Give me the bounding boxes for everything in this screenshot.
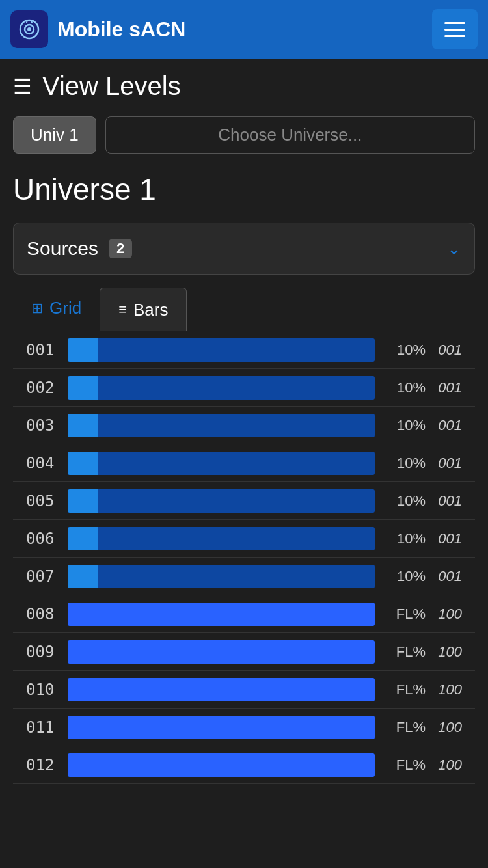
channel-source: 100 <box>426 606 462 623</box>
channel-row: 00210%001 <box>13 369 475 407</box>
page-content: ☰ View Levels Univ 1 Choose Universe... … <box>0 59 488 784</box>
menu-bar-1 <box>444 22 465 24</box>
channel-source: 001 <box>426 455 462 472</box>
page-title-row: ☰ View Levels <box>13 72 475 101</box>
svg-point-2 <box>27 27 31 31</box>
menu-bar-2 <box>444 29 465 31</box>
channel-row: 00410%001 <box>13 444 475 482</box>
channel-bar-fill <box>68 376 98 400</box>
channel-bar-fill <box>68 489 98 513</box>
channel-source: 001 <box>426 493 462 509</box>
channel-number: 012 <box>26 756 62 774</box>
univ1-button[interactable]: Univ 1 <box>13 116 96 154</box>
channel-number: 007 <box>26 567 62 586</box>
channel-row: 012FL%100 <box>13 746 475 784</box>
channel-bar-container <box>68 489 375 513</box>
channel-bar-container <box>68 376 375 400</box>
channel-row: 008FL%100 <box>13 595 475 633</box>
channel-bar-fill <box>68 640 375 664</box>
channel-bar-fill <box>68 678 375 701</box>
channel-bar-container <box>68 565 375 588</box>
channel-bar-fill <box>68 414 98 437</box>
sources-count-badge: 2 <box>109 239 132 258</box>
channel-percent: 10% <box>380 493 426 509</box>
menu-button[interactable] <box>432 9 478 49</box>
view-tabs: ⊞ Grid ≡ Bars <box>13 288 475 331</box>
channel-list: 00110%00100210%00100310%00100410%0010051… <box>13 331 475 784</box>
sources-label: Sources <box>27 237 98 260</box>
channel-percent: FL% <box>380 719 426 736</box>
channel-source: 100 <box>426 644 462 660</box>
sources-accordion: Sources 2 ⌄ <box>13 223 475 275</box>
channel-bar-container <box>68 678 375 701</box>
channel-source: 001 <box>426 530 462 547</box>
channel-bar-container <box>68 603 375 626</box>
app-header: Mobile sACN <box>0 0 488 59</box>
app-title: Mobile sACN <box>57 18 185 42</box>
channel-percent: 10% <box>380 417 426 434</box>
channel-percent: FL% <box>380 757 426 774</box>
sources-header[interactable]: Sources 2 ⌄ <box>27 223 461 274</box>
channel-percent: 10% <box>380 530 426 547</box>
choose-universe-button[interactable]: Choose Universe... <box>105 116 475 154</box>
channel-row: 010FL%100 <box>13 671 475 709</box>
bars-icon: ≡ <box>118 301 127 318</box>
channel-percent: 10% <box>380 455 426 472</box>
sources-left: Sources 2 <box>27 237 132 260</box>
menu-bar-3 <box>444 35 465 37</box>
channel-row: 009FL%100 <box>13 633 475 671</box>
channel-bar-fill <box>68 565 98 588</box>
channel-source: 100 <box>426 757 462 774</box>
channel-row: 00510%001 <box>13 482 475 520</box>
channel-number: 009 <box>26 643 62 661</box>
tab-grid-label: Grid <box>49 298 81 318</box>
channel-number: 005 <box>26 492 62 510</box>
channel-number: 011 <box>26 718 62 737</box>
app-icon <box>10 10 48 48</box>
channel-source: 001 <box>426 417 462 434</box>
channel-source: 100 <box>426 681 462 698</box>
channel-percent: 10% <box>380 379 426 396</box>
channel-source: 001 <box>426 568 462 585</box>
channel-bar-container <box>68 640 375 664</box>
channel-row: 00310%001 <box>13 407 475 444</box>
channel-bar-container <box>68 716 375 739</box>
page-title: View Levels <box>42 72 181 101</box>
channel-row: 011FL%100 <box>13 709 475 746</box>
channel-number: 003 <box>26 416 62 435</box>
channel-bar-fill <box>68 452 98 475</box>
channel-number: 006 <box>26 530 62 548</box>
tab-bars[interactable]: ≡ Bars <box>100 288 187 331</box>
channel-number: 002 <box>26 379 62 397</box>
channel-percent: FL% <box>380 681 426 698</box>
tab-grid[interactable]: ⊞ Grid <box>13 288 100 331</box>
universe-heading: Universe 1 <box>13 172 475 207</box>
channel-percent: 10% <box>380 342 426 359</box>
channel-bar-fill <box>68 338 98 362</box>
channel-bar-container <box>68 338 375 362</box>
channel-bar-container <box>68 452 375 475</box>
choose-universe-placeholder: Choose Universe... <box>218 125 362 144</box>
chevron-down-icon: ⌄ <box>447 239 461 259</box>
channel-source: 100 <box>426 719 462 736</box>
channel-bar-container <box>68 753 375 777</box>
channel-bar-fill <box>68 716 375 739</box>
channel-row: 00710%001 <box>13 558 475 595</box>
channel-percent: FL% <box>380 606 426 623</box>
channel-bar-fill <box>68 603 375 626</box>
channel-number: 010 <box>26 681 62 699</box>
channel-bar-container <box>68 527 375 550</box>
channel-bar-fill <box>68 527 98 550</box>
header-left: Mobile sACN <box>10 10 185 48</box>
grid-icon: ⊞ <box>31 300 43 317</box>
channel-row: 00610%001 <box>13 520 475 558</box>
channel-number: 001 <box>26 341 62 359</box>
channel-source: 001 <box>426 379 462 396</box>
channel-bar-container <box>68 414 375 437</box>
tab-bars-label: Bars <box>133 300 168 320</box>
list-icon: ☰ <box>13 74 32 99</box>
channel-percent: 10% <box>380 568 426 585</box>
channel-row: 00110%001 <box>13 331 475 369</box>
channel-percent: FL% <box>380 644 426 660</box>
channel-number: 004 <box>26 454 62 472</box>
